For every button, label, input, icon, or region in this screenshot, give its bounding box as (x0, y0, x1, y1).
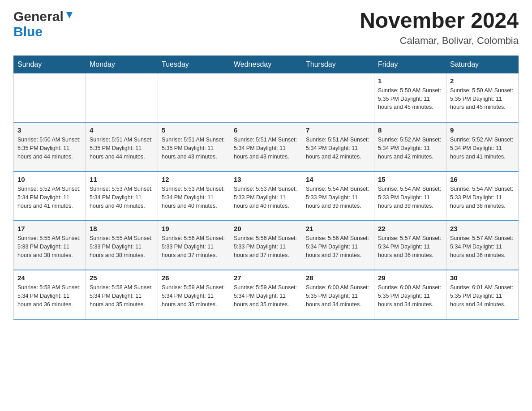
day-number: 4 (90, 126, 154, 134)
day-info: Sunrise: 5:56 AM Sunset: 5:33 PM Dayligh… (162, 234, 226, 259)
day-number: 26 (162, 274, 226, 282)
logo: General Blue (13, 9, 73, 39)
day-info: Sunrise: 5:51 AM Sunset: 5:34 PM Dayligh… (306, 136, 370, 161)
weekday-header-tuesday: Tuesday (158, 56, 230, 73)
calendar-week-row: 17Sunrise: 5:55 AM Sunset: 5:33 PM Dayli… (14, 221, 519, 270)
day-number: 20 (234, 225, 298, 232)
calendar-cell: 12Sunrise: 5:53 AM Sunset: 5:34 PM Dayli… (158, 171, 230, 221)
day-number: 21 (306, 225, 370, 232)
day-info: Sunrise: 5:52 AM Sunset: 5:34 PM Dayligh… (450, 136, 515, 161)
day-info: Sunrise: 5:51 AM Sunset: 5:35 PM Dayligh… (162, 136, 226, 161)
day-info: Sunrise: 5:55 AM Sunset: 5:33 PM Dayligh… (90, 234, 154, 259)
calendar-cell (230, 73, 302, 122)
weekday-header-saturday: Saturday (446, 56, 519, 73)
calendar-cell: 9Sunrise: 5:52 AM Sunset: 5:34 PM Daylig… (446, 122, 519, 171)
calendar-cell: 11Sunrise: 5:53 AM Sunset: 5:34 PM Dayli… (86, 171, 158, 221)
weekday-header-sunday: Sunday (14, 56, 86, 73)
day-info: Sunrise: 5:54 AM Sunset: 5:33 PM Dayligh… (306, 185, 370, 210)
calendar-cell: 16Sunrise: 5:54 AM Sunset: 5:33 PM Dayli… (446, 171, 519, 221)
day-info: Sunrise: 5:53 AM Sunset: 5:34 PM Dayligh… (162, 185, 226, 210)
day-number: 19 (162, 225, 226, 232)
calendar-cell: 1Sunrise: 5:50 AM Sunset: 5:35 PM Daylig… (374, 73, 446, 122)
weekday-header-friday: Friday (374, 56, 446, 73)
day-info: Sunrise: 5:53 AM Sunset: 5:33 PM Dayligh… (234, 185, 298, 210)
calendar-cell: 26Sunrise: 5:59 AM Sunset: 5:34 PM Dayli… (158, 270, 230, 319)
day-info: Sunrise: 5:53 AM Sunset: 5:34 PM Dayligh… (90, 185, 154, 210)
day-number: 6 (234, 126, 298, 134)
day-number: 23 (450, 225, 515, 232)
day-number: 15 (378, 176, 442, 183)
calendar-week-row: 10Sunrise: 5:52 AM Sunset: 5:34 PM Dayli… (14, 171, 519, 221)
calendar-cell: 29Sunrise: 6:00 AM Sunset: 5:35 PM Dayli… (374, 270, 446, 319)
day-info: Sunrise: 5:54 AM Sunset: 5:33 PM Dayligh… (450, 185, 515, 210)
svg-marker-0 (66, 12, 73, 18)
calendar-cell (86, 73, 158, 122)
day-info: Sunrise: 5:50 AM Sunset: 5:35 PM Dayligh… (17, 136, 82, 161)
day-info: Sunrise: 6:00 AM Sunset: 5:35 PM Dayligh… (306, 283, 370, 308)
day-number: 18 (90, 225, 154, 232)
day-number: 13 (234, 176, 298, 183)
calendar-cell: 15Sunrise: 5:54 AM Sunset: 5:33 PM Dayli… (374, 171, 446, 221)
day-info: Sunrise: 5:51 AM Sunset: 5:34 PM Dayligh… (234, 136, 298, 161)
calendar-cell: 25Sunrise: 5:58 AM Sunset: 5:34 PM Dayli… (86, 270, 158, 319)
logo-arrow-icon (65, 11, 73, 21)
calendar-cell: 2Sunrise: 5:50 AM Sunset: 5:35 PM Daylig… (446, 73, 519, 122)
day-info: Sunrise: 5:54 AM Sunset: 5:33 PM Dayligh… (378, 185, 442, 210)
weekday-header-thursday: Thursday (302, 56, 374, 73)
calendar-cell: 24Sunrise: 5:58 AM Sunset: 5:34 PM Dayli… (14, 270, 86, 319)
day-info: Sunrise: 6:01 AM Sunset: 5:35 PM Dayligh… (450, 283, 515, 308)
day-info: Sunrise: 5:56 AM Sunset: 5:33 PM Dayligh… (234, 234, 298, 259)
calendar-cell: 22Sunrise: 5:57 AM Sunset: 5:34 PM Dayli… (374, 221, 446, 270)
calendar-cell: 3Sunrise: 5:50 AM Sunset: 5:35 PM Daylig… (14, 122, 86, 171)
day-number: 17 (17, 225, 82, 232)
day-info: Sunrise: 5:52 AM Sunset: 5:34 PM Dayligh… (378, 136, 442, 161)
calendar-title: November 2024 (360, 9, 519, 33)
calendar-cell: 10Sunrise: 5:52 AM Sunset: 5:34 PM Dayli… (14, 171, 86, 221)
calendar-cell: 8Sunrise: 5:52 AM Sunset: 5:34 PM Daylig… (374, 122, 446, 171)
day-number: 8 (378, 126, 442, 134)
calendar-cell: 5Sunrise: 5:51 AM Sunset: 5:35 PM Daylig… (158, 122, 230, 171)
calendar-cell (158, 73, 230, 122)
day-info: Sunrise: 5:51 AM Sunset: 5:35 PM Dayligh… (90, 136, 154, 161)
day-number: 5 (162, 126, 226, 134)
day-number: 7 (306, 126, 370, 134)
day-number: 14 (306, 176, 370, 183)
day-info: Sunrise: 5:58 AM Sunset: 5:34 PM Dayligh… (90, 283, 154, 308)
day-info: Sunrise: 5:58 AM Sunset: 5:34 PM Dayligh… (17, 283, 82, 308)
day-number: 10 (17, 176, 82, 183)
day-number: 11 (90, 176, 154, 183)
calendar-cell: 7Sunrise: 5:51 AM Sunset: 5:34 PM Daylig… (302, 122, 374, 171)
calendar-cell: 6Sunrise: 5:51 AM Sunset: 5:34 PM Daylig… (230, 122, 302, 171)
day-number: 30 (450, 274, 515, 282)
calendar-cell: 18Sunrise: 5:55 AM Sunset: 5:33 PM Dayli… (86, 221, 158, 270)
calendar-cell (14, 73, 86, 122)
calendar-cell: 4Sunrise: 5:51 AM Sunset: 5:35 PM Daylig… (86, 122, 158, 171)
weekday-header-wednesday: Wednesday (230, 56, 302, 73)
page-header: General Blue November 2024 Calamar, Boli… (13, 9, 519, 47)
day-info: Sunrise: 5:55 AM Sunset: 5:33 PM Dayligh… (17, 234, 82, 259)
day-info: Sunrise: 5:50 AM Sunset: 5:35 PM Dayligh… (378, 86, 442, 111)
calendar-cell: 27Sunrise: 5:59 AM Sunset: 5:34 PM Dayli… (230, 270, 302, 319)
day-info: Sunrise: 5:52 AM Sunset: 5:34 PM Dayligh… (17, 185, 82, 210)
day-number: 3 (17, 126, 82, 134)
logo-blue-text: Blue (13, 24, 43, 39)
calendar-cell: 23Sunrise: 5:57 AM Sunset: 5:34 PM Dayli… (446, 221, 519, 270)
day-number: 2 (450, 77, 515, 85)
day-info: Sunrise: 5:56 AM Sunset: 5:34 PM Dayligh… (306, 234, 370, 259)
day-number: 1 (378, 77, 442, 85)
calendar-subtitle: Calamar, Bolivar, Colombia (360, 35, 519, 47)
calendar-cell: 21Sunrise: 5:56 AM Sunset: 5:34 PM Dayli… (302, 221, 374, 270)
day-number: 24 (17, 274, 82, 282)
day-number: 29 (378, 274, 442, 282)
day-number: 25 (90, 274, 154, 282)
calendar-cell: 13Sunrise: 5:53 AM Sunset: 5:33 PM Dayli… (230, 171, 302, 221)
day-info: Sunrise: 5:50 AM Sunset: 5:35 PM Dayligh… (450, 86, 515, 111)
logo-general-text: General (13, 9, 64, 24)
day-number: 22 (378, 225, 442, 232)
calendar-cell: 30Sunrise: 6:01 AM Sunset: 5:35 PM Dayli… (446, 270, 519, 319)
calendar-cell: 28Sunrise: 6:00 AM Sunset: 5:35 PM Dayli… (302, 270, 374, 319)
calendar-cell (302, 73, 374, 122)
day-number: 28 (306, 274, 370, 282)
weekday-header-monday: Monday (86, 56, 158, 73)
calendar-cell: 20Sunrise: 5:56 AM Sunset: 5:33 PM Dayli… (230, 221, 302, 270)
